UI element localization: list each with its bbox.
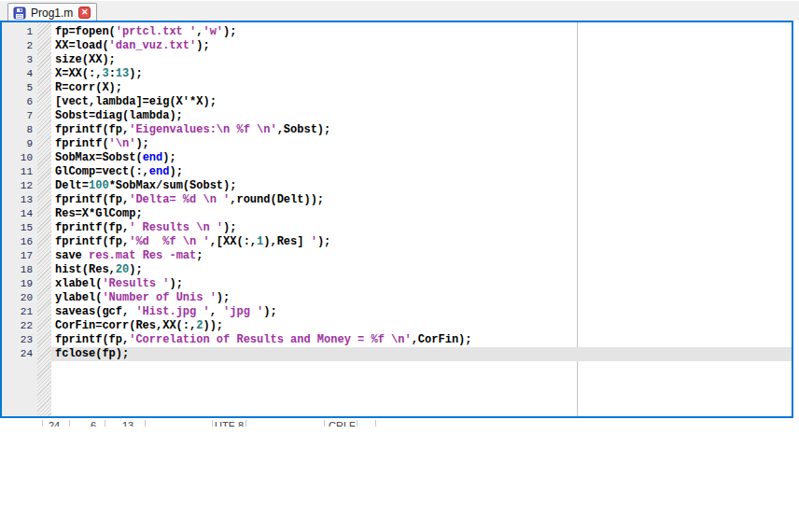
line-number[interactable]: 14 [2,207,37,221]
code-segment: 13 [116,67,129,80]
line-number[interactable]: 15 [2,221,37,235]
line-number[interactable]: 20 [2,291,37,305]
code-line[interactable]: XX=load('dan_vuz.txt'); [51,39,792,53]
tab-prog1m[interactable]: Prog1.m ✕ [7,3,97,21]
code-editor[interactable]: 123456789101112131415161718192021222324 … [0,21,793,418]
code-segment: end [143,151,163,164]
code-line[interactable]: save res.mat Res -mat; [51,249,792,263]
code-segment: res.mat Res -mat [89,249,196,262]
code-line[interactable]: X=XX(:,3:13); [51,67,792,81]
line-number[interactable]: 9 [2,137,37,151]
code-line[interactable]: GlComp=vect(:,end); [51,165,792,179]
tab-bar: Prog1.m ✕ [0,0,799,21]
code-segment: fprintf(fp, [55,235,129,248]
status-bar: 24613UTF-8CRLF [0,419,799,427]
code-segment: fprintf(fp, [55,123,129,136]
code-segment: ylabel( [55,291,102,304]
tab-close-icon[interactable]: ✕ [78,7,91,19]
code-segment: Res=X*GlComp; [55,207,143,220]
code-segment: fprintf( [55,137,109,150]
code-segment: XX=load( [55,39,109,52]
code-line[interactable]: [vect,lambda]=eig(X'*X); [51,95,792,109]
code-segment: CorFin=corr(Res,XX(:, [55,319,196,332]
code-surface[interactable]: fp=fopen('prtcl.txt ','w');XX=load('dan_… [51,22,792,416]
code-segment: fprintf(fp, [55,193,129,206]
code-segment: fclose(fp); [55,347,129,360]
code-segment: 'prtcl.txt ' [116,25,196,38]
line-number[interactable]: 1 [2,25,37,39]
code-segment: , [210,305,223,318]
code-segment: 'Delta= %d \n ' [129,193,230,206]
code-line[interactable]: CorFin=corr(Res,XX(:,2)); [51,319,792,333]
code-segment: ); [263,305,276,318]
line-number[interactable]: 3 [2,53,37,67]
line-number[interactable]: 12 [2,179,37,193]
code-segment: saveas(gcf, [55,305,135,318]
code-line[interactable]: xlabel('Results '); [51,277,792,291]
code-segment: ); [162,151,175,164]
code-line[interactable]: fprintf(fp,' Results \n '); [51,221,792,235]
line-number[interactable]: 24 [2,347,37,361]
code-line[interactable]: Res=X*GlComp; [51,207,792,221]
code-line[interactable]: fprintf(fp,'Correlation of Results and M… [51,333,792,347]
line-number-gutter[interactable]: 123456789101112131415161718192021222324 [2,22,37,416]
line-number[interactable]: 13 [2,193,37,207]
status-divider [245,420,246,427]
code-line[interactable]: fprintf(fp,'%d %f \n ',[XX(:,1),Res] '); [51,235,792,249]
code-segment: 'w' [203,25,223,38]
code-segment: ); [317,235,330,248]
line-number[interactable]: 7 [2,109,37,123]
code-line[interactable]: fprintf('\n'); [51,137,792,151]
app-window: Prog1.m ✕ 123456789101112131415161718192… [0,0,799,532]
status-divider [357,420,357,427]
code-segment: end [149,165,170,178]
code-segment: *SobMax/sum(Sobst); [109,179,237,192]
code-segment: SobMax=Sobst( [55,151,143,164]
code-segment: ,[XX(:, [210,235,257,248]
line-number[interactable]: 23 [2,333,37,347]
code-line[interactable]: R=corr(X); [51,81,792,95]
line-number[interactable]: 10 [2,151,37,165]
line-number[interactable]: 11 [2,165,37,179]
code-line[interactable]: Delt=100*SobMax/sum(Sobst); [51,179,792,193]
line-number[interactable]: 5 [2,81,37,95]
code-segment: hist(Res, [55,263,116,276]
code-segment: save [55,249,89,262]
code-line[interactable]: SobMax=Sobst(end); [51,151,792,165]
line-number[interactable]: 6 [2,95,37,109]
line-number[interactable]: 8 [2,123,37,137]
code-line[interactable]: Sobst=diag(lambda); [51,109,792,123]
code-segment: 20 [116,263,129,276]
code-segment: Delt= [55,179,89,192]
line-number[interactable]: 21 [2,305,37,319]
code-line[interactable]: fprintf(fp,'Eigenvalues:\n %f \n',Sobst)… [51,123,792,137]
code-segment: '%d %f \n ' [129,235,209,248]
code-segment: )); [203,319,223,332]
code-segment: 'Results ' [102,277,169,290]
line-number[interactable]: 4 [2,67,37,81]
status-divider [375,420,376,427]
code-line[interactable]: ylabel('Number of Unis '); [51,291,792,305]
line-number[interactable]: 22 [2,319,37,333]
code-segment: ); [223,221,236,234]
line-number[interactable]: 2 [2,39,37,53]
line-number[interactable]: 16 [2,235,37,249]
code-segment: ); [129,67,142,80]
line-number[interactable]: 18 [2,263,37,277]
code-segment: 'Correlation of Results and Money = %f \… [129,333,411,346]
code-line[interactable]: fclose(fp); [51,347,792,361]
code-line[interactable]: fp=fopen('prtcl.txt ','w'); [51,25,792,39]
code-line[interactable]: hist(Res,20); [51,263,792,277]
status-panel: 13 [122,420,133,427]
line-number[interactable]: 19 [2,277,37,291]
code-segment: ,Sobst); [277,123,331,136]
code-segment: ); [169,165,182,178]
code-line[interactable]: size(XX); [51,53,792,67]
save-floppy-icon [13,7,26,20]
code-line[interactable]: saveas(gcf, 'Hist.jpg ', 'jpg '); [51,305,792,319]
line-number[interactable]: 17 [2,249,37,263]
code-line[interactable]: fprintf(fp,'Delta= %d \n ',round(Delt)); [51,193,792,207]
status-divider [105,420,105,427]
tab-title: Prog1.m [31,7,73,20]
status-panel: 24 [49,420,60,427]
